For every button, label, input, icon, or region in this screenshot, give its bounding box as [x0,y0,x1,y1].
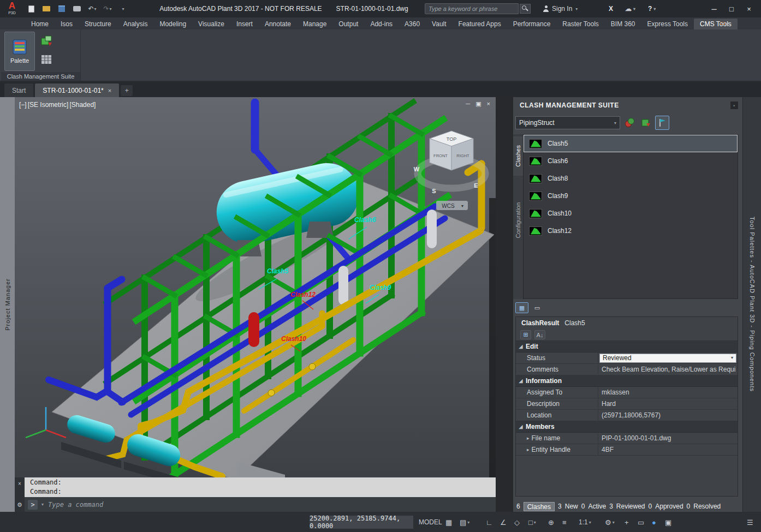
clash-test-dropdown[interactable]: PipingStruct ▾ [515,116,620,129]
save-button[interactable] [56,3,68,15]
isolate-objects-button[interactable]: + [622,516,631,529]
ribbon-tab-modeling[interactable]: Modeling [153,19,192,29]
grid-display-button[interactable]: ▦ [443,516,454,529]
run-clash-check-button[interactable] [622,116,637,130]
file-tab-active[interactable]: STR-01-1000-01-01* × [35,83,119,97]
compass-south[interactable]: S [432,188,436,194]
redo-button[interactable]: ↷▾ [102,3,114,15]
exchange-apps-button[interactable]: X [606,3,616,15]
project-manager-strip[interactable]: Project Manager [0,97,15,512]
close-tab-icon[interactable]: × [108,87,111,94]
lineweight-button[interactable]: ≡ [560,516,569,529]
zoom-to-clash-button[interactable] [639,116,653,130]
ribbon-tab-output[interactable]: Output [332,19,364,29]
ribbon-tab-cms-tools[interactable]: CMS Tools [694,19,738,29]
drawing-viewport[interactable]: N W S E TOP FRONT RIGHT WCS ▾ [−] [SE Is… [15,97,496,477]
export-clash-button[interactable] [38,33,55,49]
valve-handwheel[interactable] [268,390,275,396]
viewport-minimize-button[interactable]: ─ [466,100,470,107]
close-button[interactable]: × [740,0,758,17]
status-dropdown[interactable]: Reviewed ▾ [599,354,736,363]
count-active-label[interactable]: Active [588,503,606,510]
coordinates-display[interactable]: 25200.2891, 25185.9744, 0.0000 [310,516,413,529]
command-prompt-icon[interactable]: > [28,500,38,510]
flag-clash-button[interactable] [655,116,669,130]
ribbon-tab-a360[interactable]: A360 [399,19,426,29]
clash-list-item[interactable]: Clash12 [524,222,738,240]
ribbon-tab-structure[interactable]: Structure [79,19,117,29]
qat-customize-button[interactable]: ▾ [117,3,129,15]
ribbon-tab-isos[interactable]: Isos [55,19,79,29]
section-edit[interactable]: ◢ Edit [516,341,738,352]
compass-west[interactable]: W [414,166,420,172]
annotation-scale-button[interactable]: 1:1▾ [576,516,593,529]
ribbon-tab-featured-apps[interactable]: Featured Apps [453,19,507,29]
ribbon-tab-performance[interactable]: Performance [507,19,557,29]
viewport-close-button[interactable]: × [487,100,490,107]
maximize-button[interactable]: □ [723,0,740,17]
count-resolved-label[interactable]: Resolved [693,503,721,510]
undo-button[interactable]: ↶▾ [86,3,98,15]
chevron-down-icon[interactable]: ▾ [41,502,44,507]
collapse-icon[interactable]: ◢ [516,378,526,384]
palette-menu-icon[interactable]: ▪ [730,101,738,109]
comments-value[interactable]: Check Beam Elevation, Raise/Lower as Req… [598,364,738,375]
clashes-filter-chip[interactable]: Clashes [524,502,555,511]
count-reviewed-label[interactable]: Reviewed [616,503,645,510]
ribbon-tab-addins[interactable]: Add-ins [364,19,399,29]
command-customize-icon[interactable]: ⚙ [17,501,22,509]
collapse-icon[interactable]: ◢ [516,424,526,429]
clash-list-item[interactable]: Clash5 [524,135,738,152]
open-file-button[interactable] [40,3,52,15]
entity-handle-value[interactable]: 4BF [598,444,738,455]
viewport-visual-style-control[interactable]: [Shaded] [69,101,96,109]
collapse-icon[interactable]: ◢ [516,344,526,349]
ribbon-tab-manage[interactable]: Manage [297,19,332,29]
customization-menu-button[interactable]: ☰ [745,516,756,529]
count-new-label[interactable]: New [565,503,578,510]
ribbon-tab-home[interactable]: Home [25,19,55,29]
workspace-settings-button[interactable]: ⚙▾ [603,516,617,529]
command-history[interactable]: Command: Command: [25,477,496,497]
count-approved-label[interactable]: Approved [655,503,683,510]
search-input[interactable] [425,3,519,14]
clash-list-item[interactable]: Clash9 [524,187,738,205]
sort-alphabetical-icon[interactable]: A↓ [534,330,545,339]
section-information[interactable]: ◢ Information [516,375,738,387]
ribbon-tab-visualize[interactable]: Visualize [192,19,230,29]
snap-mode-button[interactable]: ▤▾ [457,516,472,529]
model-space-button[interactable]: MODEL [417,516,444,529]
viewport-minimize-control[interactable]: [−] [19,101,27,109]
ribbon-panel-title[interactable]: Clash Management Suite [1,72,80,81]
help-button[interactable]: ?▾ [645,3,658,15]
ribbon-tab-express-tools[interactable]: Express Tools [641,19,694,29]
file-tab-start[interactable]: Start [4,83,33,97]
app-menu-button[interactable]: A P3D [3,1,21,16]
section-members[interactable]: ◢ Members [516,421,738,433]
viewport-restore-button[interactable]: ▣ [475,100,481,107]
a360-button[interactable]: ☁▾ [622,3,638,15]
valve-handwheel[interactable] [309,363,316,370]
ortho-mode-button[interactable]: ∟ [484,516,495,529]
side-tab-clashes[interactable]: Clashes [513,136,523,176]
ribbon-tab-analysis[interactable]: Analysis [117,19,154,29]
plot-button[interactable] [71,3,83,15]
ribbon-tab-vault[interactable]: Vault [426,19,452,29]
polar-tracking-button[interactable]: ∠ [498,516,509,529]
ribbon-tab-annotate[interactable]: Annotate [259,19,297,29]
ribbon-tab-raster-tools[interactable]: Raster Tools [556,19,604,29]
expand-icon[interactable]: ▸ [527,444,530,455]
performance-indicator-icon[interactable]: ● [650,516,658,529]
graphics-performance-button[interactable]: ▣ [663,516,674,529]
isometric-drafting-button[interactable]: ◇ [512,516,522,529]
viewport-view-control[interactable]: [SE Isometric] [28,101,69,109]
ribbon-tab-bim360[interactable]: BIM 360 [605,19,641,29]
minimize-button[interactable]: ─ [705,0,723,17]
tool-palettes-strip[interactable]: Tool Palettes - AutoCAD Plant 3D - Pipin… [742,97,761,512]
clash-list-item[interactable]: Clash8 [524,170,738,187]
categorized-icon[interactable]: ⊞ [520,330,531,339]
assigned-to-value[interactable]: mklassen [598,387,738,398]
expand-icon[interactable]: ▸ [527,433,530,444]
ribbon-tab-insert[interactable]: Insert [230,19,259,29]
search-button[interactable] [520,4,531,14]
